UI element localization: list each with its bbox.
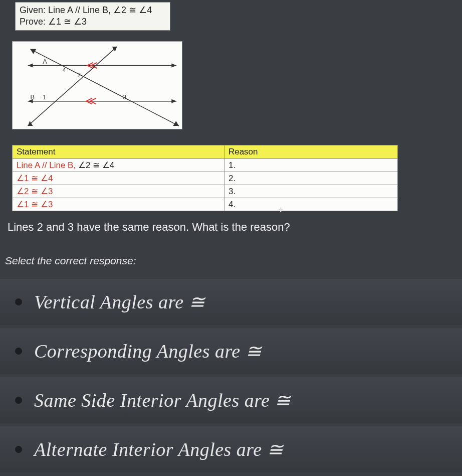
stmt-4: ∠1 ≅ ∠3 xyxy=(13,198,224,211)
table-row: Line A // Line B, ∠2 ≅ ∠4 1. xyxy=(13,159,398,172)
table-row: ∠1 ≅ ∠4 2. xyxy=(13,172,398,185)
svg-line-6 xyxy=(31,49,179,126)
option-corresponding-angles[interactable]: Corresponding Angles are ≅ xyxy=(0,328,462,374)
reason-4: 4. xyxy=(224,198,397,211)
radio-icon xyxy=(15,397,22,404)
option-vertical-angles[interactable]: Vertical Angles are ≅ xyxy=(0,279,462,325)
cursor-icon: + xyxy=(278,205,284,215)
radio-icon xyxy=(15,298,22,305)
stmt-2: ∠1 ≅ ∠4 xyxy=(13,172,224,185)
angle-3: 3 xyxy=(123,94,126,101)
prove-text: Prove: ∠1 ≅ ∠3 xyxy=(20,16,166,28)
radio-icon xyxy=(15,446,22,453)
option-alternate-interior[interactable]: Alternate Interior Angles are ≅ xyxy=(0,426,462,472)
given-prove-box: Given: Line A // Line B, ∠2 ≅ ∠4 Prove: … xyxy=(15,2,170,31)
given-text: Given: Line A // Line B, ∠2 ≅ ∠4 xyxy=(20,5,166,16)
question-text: Lines 2 and 3 have the same reason. What… xyxy=(8,221,290,234)
svg-marker-1 xyxy=(28,64,33,68)
angle-2: 2 xyxy=(77,72,81,79)
angle-4: 4 xyxy=(63,67,66,74)
radio-icon xyxy=(15,348,22,355)
options-list: Vertical Angles are ≅ Corresponding Angl… xyxy=(0,279,462,475)
label-b: B xyxy=(31,93,35,101)
header-statement: Statement xyxy=(13,145,224,159)
header-reason: Reason xyxy=(224,145,397,159)
prompt-text: Select the correct response: xyxy=(5,255,136,267)
label-a: A xyxy=(43,58,47,65)
stmt-3: ∠2 ≅ ∠3 xyxy=(13,185,224,198)
option-label: Vertical Angles are ≅ xyxy=(34,291,205,313)
table-row: ∠2 ≅ ∠3 3. xyxy=(13,185,398,198)
option-label: Corresponding Angles are ≅ xyxy=(34,340,262,362)
diagram: A B 4 2 1 3 xyxy=(12,41,182,129)
stmt-1b: ∠2 ≅ ∠4 xyxy=(78,161,114,170)
reason-1: 1. xyxy=(224,159,397,172)
angle-1: 1 xyxy=(43,94,46,101)
reason-3: 3. xyxy=(224,185,397,198)
reason-2: 2. xyxy=(224,172,397,185)
svg-marker-5 xyxy=(171,99,176,103)
svg-line-9 xyxy=(28,47,117,126)
option-same-side-interior[interactable]: Same Side Interior Angles are ≅ xyxy=(0,377,462,423)
option-label: Alternate Interior Angles are ≅ xyxy=(34,438,283,460)
proof-table: Statement Reason Line A // Line B, ∠2 ≅ … xyxy=(12,145,398,211)
svg-marker-2 xyxy=(171,64,176,68)
table-row: ∠1 ≅ ∠3 4. xyxy=(13,198,398,211)
option-label: Same Side Interior Angles are ≅ xyxy=(34,389,291,411)
stmt-1a: Line A // Line B, xyxy=(17,161,76,170)
table-header-row: Statement Reason xyxy=(13,145,398,159)
